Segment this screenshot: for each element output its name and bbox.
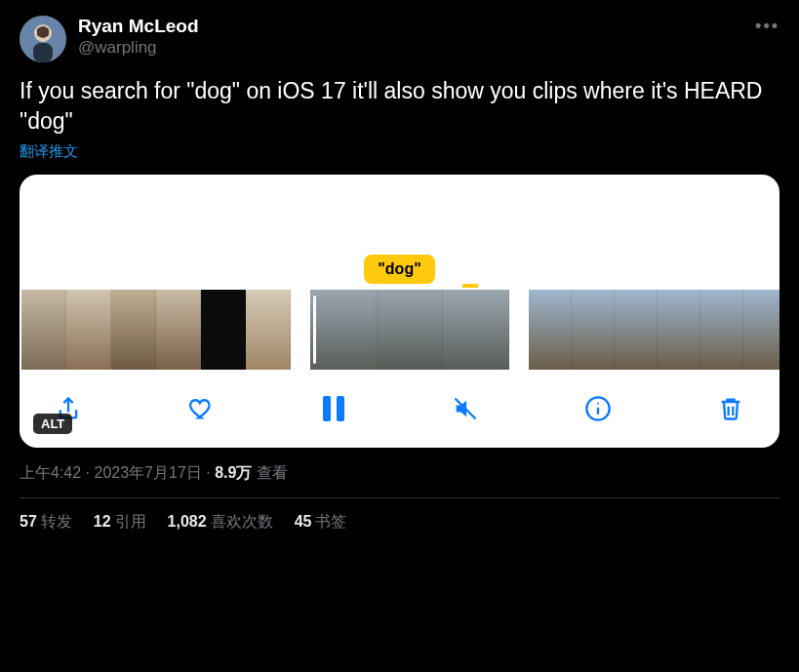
playhead-cursor	[313, 296, 316, 364]
frame	[572, 290, 615, 370]
frame	[201, 290, 246, 370]
search-tag: "dog"	[364, 255, 435, 284]
frame	[21, 290, 66, 370]
mute-icon[interactable]	[446, 389, 485, 428]
tweet-date: 2023年7月17日	[94, 464, 201, 481]
pause-icon[interactable]	[314, 389, 353, 428]
clip-group-3[interactable]	[529, 290, 779, 370]
tweet-header: Ryan McLeod @warpling •••	[20, 16, 779, 62]
avatar[interactable]	[20, 16, 66, 62]
frame	[66, 290, 111, 370]
alt-badge[interactable]: ALT	[33, 414, 72, 434]
playhead-marker	[462, 284, 478, 288]
translate-link[interactable]: 翻译推文	[20, 142, 78, 161]
frame	[377, 290, 443, 370]
tweet-meta[interactable]: 上午4:42 · 2023年7月17日 · 8.9万 查看	[20, 463, 779, 484]
svg-point-6	[597, 403, 599, 405]
frame	[615, 290, 658, 370]
user-handle: @warpling	[78, 38, 743, 58]
frame	[443, 290, 509, 370]
tweet-time: 上午4:42	[20, 464, 81, 481]
media-toolbar	[20, 372, 779, 438]
tweet-container: Ryan McLeod @warpling ••• If you search …	[0, 0, 799, 533]
more-icon[interactable]: •••	[755, 16, 779, 36]
clip-group-2[interactable]	[310, 290, 509, 370]
frame	[700, 290, 743, 370]
info-icon[interactable]	[579, 389, 618, 428]
frame	[658, 290, 700, 370]
views-count: 8.9万	[215, 464, 252, 481]
views-label: 查看	[257, 464, 288, 481]
bookmarks-stat[interactable]: 45书签	[295, 512, 347, 533]
trash-icon[interactable]	[711, 389, 750, 428]
clip-strip[interactable]	[20, 284, 779, 372]
frame	[156, 290, 201, 370]
likes-stat[interactable]: 1,082喜欢次数	[168, 512, 273, 533]
svg-rect-2	[33, 43, 53, 62]
frame	[246, 290, 291, 370]
media-header: "dog"	[20, 175, 779, 284]
display-name: Ryan McLeod	[78, 16, 743, 37]
user-block[interactable]: Ryan McLeod @warpling	[78, 16, 743, 58]
tweet-stats: 57转发 12引用 1,082喜欢次数 45书签	[20, 498, 779, 533]
frame	[111, 290, 156, 370]
frame	[743, 290, 779, 370]
clip-group-1[interactable]	[21, 290, 291, 370]
tweet-text: If you search for "dog" on iOS 17 it'll …	[20, 76, 779, 137]
frame	[310, 290, 377, 370]
frame	[529, 290, 572, 370]
quotes-stat[interactable]: 12引用	[94, 512, 146, 533]
retweets-stat[interactable]: 57转发	[20, 512, 72, 533]
heart-icon[interactable]	[181, 389, 220, 428]
media-card[interactable]: "dog"	[20, 175, 779, 448]
